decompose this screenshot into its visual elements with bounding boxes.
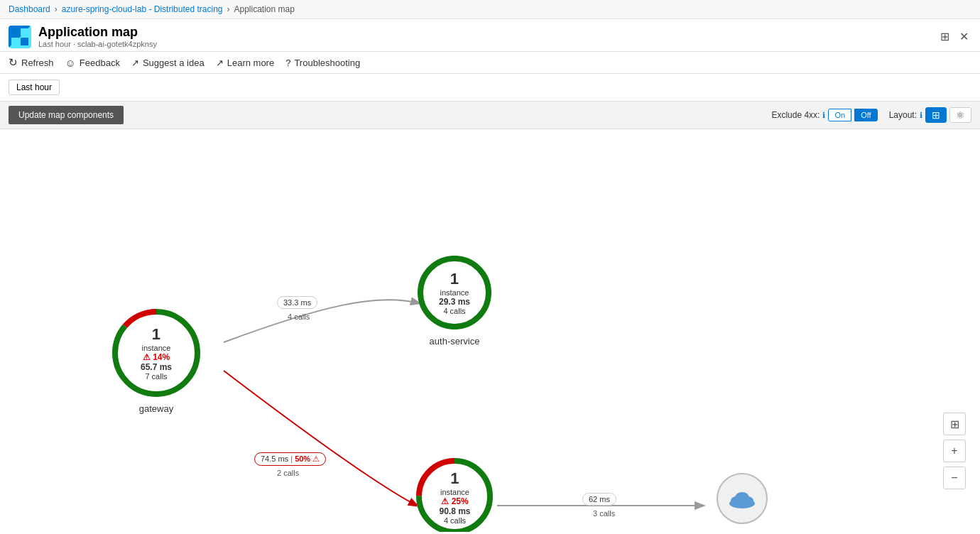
gateway-ms: 65.7 ms [141, 362, 172, 372]
gateway-calls: 7 calls [145, 372, 167, 381]
svg-rect-0 [11, 28, 19, 36]
refresh-icon: ↻ [9, 56, 18, 69]
gateway-error: ⚠ 14% [143, 352, 170, 362]
other-node[interactable]: http:/statistics/yev1 OTHER [703, 470, 781, 532]
page-subtitle: Last hour · sclab-ai-gotetk4zpknsy [38, 40, 157, 48]
layout-info-icon: ℹ [920, 111, 922, 120]
exclude-4xx-group: Exclude 4xx: ℹ On Off [771, 109, 877, 121]
auth-calls: 4 calls [443, 307, 465, 315]
edge-gateway-account-calls: 2 calls [277, 469, 299, 477]
learn-button[interactable]: ↗ Learn more [216, 58, 274, 68]
edge-account-other-calls: 3 calls [593, 509, 615, 518]
breadcrumb: Dashboard › azure-spring-cloud-lab - Dis… [0, 0, 980, 19]
pin-button[interactable]: ⊞ [937, 27, 952, 46]
info-icon: ℹ [822, 111, 825, 120]
toolbar: ↻ Refresh ☺ Feedback ↗ Suggest a idea ↗ … [0, 52, 980, 74]
layout-group: Layout: ℹ ⊞ ⚛ [889, 107, 971, 123]
auth-instances: 1 [450, 270, 459, 288]
app-icon [9, 26, 31, 48]
account-instances: 1 [450, 469, 459, 488]
svg-rect-1 [21, 28, 28, 36]
troubleshoot-button[interactable]: ? Troubleshooting [285, 58, 360, 68]
breadcrumb-resource[interactable]: azure-spring-cloud-lab - Distributed tra… [62, 4, 223, 14]
fit-view-button[interactable]: ⊞ [943, 413, 966, 435]
auth-ms: 29.3 ms [439, 297, 470, 307]
svg-rect-3 [21, 38, 28, 45]
control-bar: Update map components Exclude 4xx: ℹ On … [0, 102, 980, 129]
exclude-4xx-on-button[interactable]: On [828, 109, 851, 121]
troubleshoot-icon: ? [285, 58, 290, 68]
filter-bar: Last hour [0, 74, 980, 102]
breadcrumb-dashboard[interactable]: Dashboard [9, 4, 50, 14]
suggest-label: Suggest a idea [143, 58, 205, 68]
troubleshoot-label: Troubleshooting [294, 58, 360, 68]
edge-account-other-label: 62 ms [582, 493, 616, 506]
auth-instance-label: instance [440, 288, 469, 297]
account-instance-label: instance [440, 488, 469, 496]
gateway-instance-label: instance [142, 344, 171, 352]
edge-gateway-auth-calls: 4 calls [288, 312, 310, 321]
account-calls: 4 calls [444, 516, 466, 525]
edge-gateway-auth-ms: 33.3 ms [283, 298, 311, 307]
page-title: Application map [38, 25, 157, 40]
svg-rect-2 [11, 38, 19, 45]
other-label: http:/statistics/yev1 [703, 531, 781, 532]
feedback-icon: ☺ [65, 57, 76, 69]
refresh-button[interactable]: ↻ Refresh [9, 56, 54, 69]
time-range-button[interactable]: Last hour [9, 80, 60, 95]
layout-tree-button[interactable]: ⚛ [949, 107, 971, 123]
edge-gateway-account-pct: 50% [295, 454, 310, 463]
gateway-instances: 1 [152, 325, 160, 344]
suggest-icon: ↗ [131, 58, 139, 68]
edge-account-other-ms: 62 ms [589, 495, 610, 503]
layout-label: Layout: [889, 110, 917, 120]
zoom-out-button[interactable]: − [943, 467, 966, 489]
feedback-label: Feedback [80, 58, 120, 68]
exclude-4xx-label: Exclude 4xx: [771, 110, 820, 120]
zoom-in-button[interactable]: + [943, 440, 966, 462]
exclude-4xx-off-button[interactable]: Off [854, 109, 877, 121]
update-map-button[interactable]: Update map components [9, 106, 124, 124]
feedback-button[interactable]: ☺ Feedback [65, 57, 120, 69]
account-ms: 90.8 ms [439, 506, 470, 516]
learn-label: Learn more [227, 58, 274, 68]
suggest-button[interactable]: ↗ Suggest a idea [131, 58, 205, 68]
edge-gateway-auth-label: 33.3 ms [277, 296, 317, 309]
close-button[interactable]: ✕ [957, 27, 971, 46]
edge-gateway-account-label: 74.5 ms | 50% ⚠ [254, 452, 326, 466]
gateway-label: gateway [139, 403, 173, 414]
account-error: ⚠ 25% [441, 496, 468, 506]
breadcrumb-current: Application map [234, 4, 294, 14]
zoom-controls: ⊞ + − [943, 413, 966, 489]
gateway-node[interactable]: 1 instance ⚠ 14% 65.7 ms 7 calls gateway [110, 307, 202, 414]
auth-label: auth-service [430, 336, 480, 347]
edge-error-icon: ⚠ [312, 454, 320, 463]
account-service-node[interactable]: 1 instance ⚠ 25% 90.8 ms 4 calls account… [414, 456, 496, 532]
page-header: Application map Last hour · sclab-ai-got… [0, 19, 980, 52]
layout-grid-button[interactable]: ⊞ [925, 107, 947, 123]
auth-service-node[interactable]: 1 instance 29.3 ms 4 calls auth-service [415, 254, 494, 347]
refresh-label: Refresh [21, 58, 54, 68]
application-map-canvas: 33.3 ms 4 calls 74.5 ms | 50% ⚠ 2 calls … [0, 129, 980, 532]
edge-gateway-account-ms: 74.5 ms [261, 454, 288, 463]
svg-rect-16 [734, 501, 751, 506]
learn-icon: ↗ [216, 58, 224, 68]
